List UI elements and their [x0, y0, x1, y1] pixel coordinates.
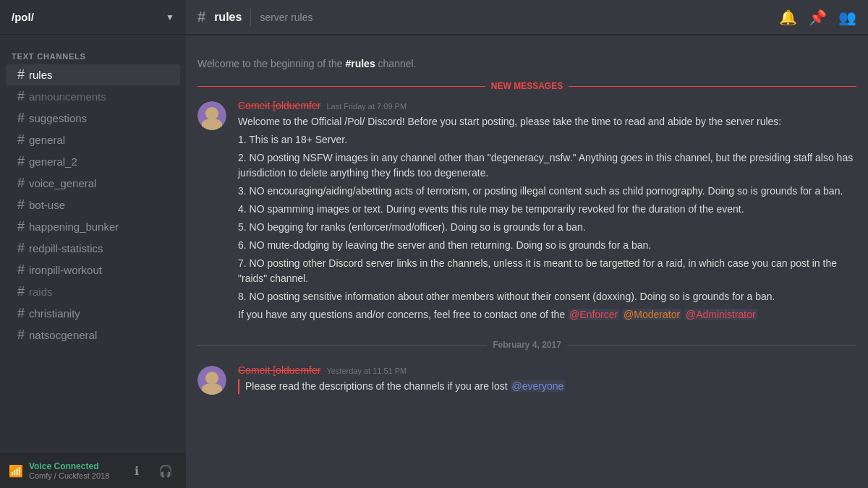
sidebar-item-happening-bunker[interactable]: # happening_bunker [6, 216, 180, 237]
username-1: Comeit [olduemfer [238, 100, 320, 111]
message-group-1: Comeit [olduemfer Last Friday at 7:09 PM… [186, 97, 868, 328]
hash-icon: # [17, 262, 25, 278]
sidebar-item-bot-use[interactable]: # bot-use [6, 194, 180, 215]
timestamp-1: Last Friday at 7:09 PM [326, 102, 407, 111]
hash-icon: # [17, 328, 25, 343]
sidebar-item-voice-general[interactable]: # voice_general [6, 173, 180, 194]
moderator-mention[interactable]: @Moderator [622, 309, 681, 320]
channel-ref: #rules [345, 58, 375, 69]
hash-icon: # [17, 197, 25, 213]
sidebar-item-natsocgeneral[interactable]: # natsocgeneral [6, 325, 180, 346]
server-header[interactable]: /pol/ ▼ [0, 0, 186, 35]
rule-2: 2. NO posting NSFW images in any channel… [238, 150, 856, 181]
text-channels-header: TEXT CHANNELS [0, 40, 186, 64]
channel-name-announcements: announcements [29, 90, 106, 103]
channel-name-general2: general_2 [29, 155, 77, 168]
bell-icon[interactable]: 🔔 [779, 9, 797, 26]
rule-1: 1. This is an 18+ Server. [238, 132, 856, 147]
rule-8: 8. NO posting sensitive information abou… [238, 289, 856, 304]
avatar-image-2 [197, 366, 226, 395]
date-divider: February 4, 2017 [197, 340, 856, 350]
hash-icon: # [17, 176, 25, 191]
username-2: Comeit [olduemfer [238, 364, 320, 376]
sidebar-item-rules[interactable]: # rules [6, 64, 180, 85]
new-messages-divider: NEW MESSAGES [197, 81, 856, 91]
message-content-2: Comeit [olduemfer Yesterday at 11:51 PM … [238, 364, 856, 395]
hash-icon: # [17, 241, 25, 256]
channel-name-general: general [29, 134, 65, 146]
voice-bar: 📶 Voice Connected Comfy / Cuckfest 2018 … [0, 453, 186, 488]
avatar-1 [197, 101, 226, 130]
hash-icon: # [17, 89, 25, 104]
voice-deafen-button[interactable]: 🎧 [154, 459, 177, 482]
enforcer-mention[interactable]: @Enforcer [568, 309, 619, 320]
sidebar-item-general2[interactable]: # general_2 [6, 151, 180, 172]
sidebar-item-ironpill-workout[interactable]: # ironpill-workout [6, 260, 180, 281]
hash-icon: # [17, 111, 25, 126]
contact-text: If you have any questions and/or concern… [238, 307, 856, 322]
hash-icon: # [17, 67, 25, 82]
channel-name-natsocgeneral: natsocgeneral [29, 329, 97, 341]
message-group-2: Comeit [olduemfer Yesterday at 11:51 PM … [186, 361, 868, 398]
date-label: February 4, 2017 [493, 340, 561, 350]
channel-list: TEXT CHANNELS # rules # announcements # … [0, 35, 186, 453]
date-line-right [567, 345, 856, 346]
voice-channel-name: Comfy / Cuckfest 2018 [29, 471, 109, 480]
pin-icon[interactable]: 📌 [809, 9, 827, 26]
sidebar-item-announcements[interactable]: # announcements [6, 86, 180, 107]
channel-name-rules: rules [29, 69, 53, 81]
channel-header: # rules server rules 🔔 📌 👥 [186, 0, 868, 35]
rule-6: 6. NO mute-dodging by leaving the server… [238, 238, 856, 253]
voice-connected-label: Voice Connected [29, 461, 109, 471]
header-icons: 🔔 📌 👥 [779, 9, 856, 26]
sidebar-item-suggestions[interactable]: # suggestions [6, 108, 180, 129]
signal-icon: 📶 [9, 464, 23, 478]
rule-5: 5. NO begging for ranks (enforcer/mod/of… [238, 220, 856, 235]
avatar-2 [197, 366, 226, 395]
rule-4: 4. NO spamming images or text. During ev… [238, 202, 856, 217]
second-message-content: Please read the descriptions of the chan… [245, 380, 511, 392]
voice-status: Voice Connected Comfy / Cuckfest 2018 [29, 461, 109, 480]
channel-name-christianity: christianity [29, 307, 80, 320]
message-meta-2: Comeit [olduemfer Yesterday at 11:51 PM [238, 364, 856, 376]
channel-header-topic: server rules [260, 12, 312, 23]
hash-icon: # [17, 154, 25, 169]
voice-info-button[interactable]: ℹ [125, 459, 148, 482]
hash-icon: # [17, 284, 25, 299]
channel-name-voice-general: voice_general [29, 177, 96, 189]
sidebar-item-christianity[interactable]: # christianity [6, 303, 180, 324]
channel-start-text: Welcome to the beginning of the #rules c… [197, 58, 417, 69]
header-divider [250, 9, 251, 26]
sidebar-item-general[interactable]: # general [6, 129, 180, 150]
main-content: # rules server rules 🔔 📌 👥 Welcome to th… [186, 0, 868, 488]
channel-name-suggestions: suggestions [29, 112, 87, 124]
new-messages-line-left [197, 86, 485, 87]
chevron-down-icon: ▼ [166, 12, 174, 22]
hash-icon: # [17, 306, 25, 321]
administrator-mention[interactable]: @Administrator [684, 309, 757, 320]
sidebar: /pol/ ▼ TEXT CHANNELS # rules # announce… [0, 0, 186, 488]
sidebar-item-raids[interactable]: # raids [6, 281, 180, 302]
message-text-1: Welcome to the Official /Pol/ Discord! B… [238, 114, 856, 322]
rule-7: 7. NO posting other Discord server links… [238, 256, 856, 286]
message-text-2: Please read the descriptions of the chan… [238, 379, 856, 394]
date-line-left [197, 345, 487, 346]
timestamp-2: Yesterday at 11:51 PM [326, 367, 407, 375]
message-intro: Welcome to the Official /Pol/ Discord! B… [238, 114, 856, 129]
hash-icon: # [17, 219, 25, 234]
rule-3: 3. NO encouraging/aiding/abetting acts o… [238, 184, 856, 199]
channel-name-raids: raids [29, 286, 53, 298]
new-messages-label: NEW MESSAGES [491, 81, 563, 91]
message-content-1: Comeit [olduemfer Last Friday at 7:09 PM… [238, 100, 856, 325]
members-icon[interactable]: 👥 [838, 9, 856, 26]
sidebar-item-redpill-statistics[interactable]: # redpill-statistics [6, 238, 180, 259]
messages-area: Welcome to the beginning of the #rules c… [186, 35, 868, 488]
channel-header-hash-icon: # [197, 9, 205, 25]
everyone-mention[interactable]: @everyone [511, 380, 566, 392]
channel-name-bot-use: bot-use [29, 199, 65, 211]
avatar-image-1 [197, 101, 226, 130]
channel-name-redpill-statistics: redpill-statistics [29, 242, 103, 254]
message-meta-1: Comeit [olduemfer Last Friday at 7:09 PM [238, 100, 856, 111]
channel-name-happening-bunker: happening_bunker [29, 221, 119, 233]
hash-icon: # [17, 132, 25, 147]
